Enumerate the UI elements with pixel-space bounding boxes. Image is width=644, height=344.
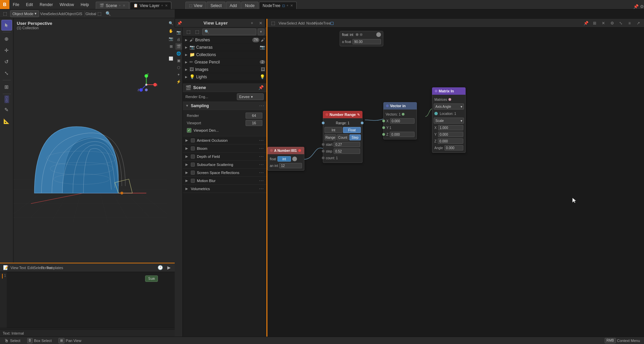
rotate-tool[interactable]: ↺ [1, 56, 12, 67]
select-tool[interactable] [1, 20, 12, 31]
nr-count-tab[interactable]: Count [337, 134, 349, 140]
cursor-tool[interactable]: ⊕ [1, 34, 12, 44]
transform-tool[interactable]: ⊞ [1, 82, 12, 92]
cameras-item[interactable]: ▶ 📷 Cameras 📷 [183, 44, 266, 51]
sampling-header[interactable]: ▼ Sampling ⋯ [183, 102, 266, 110]
pan-icon[interactable]: ✋ [168, 28, 174, 34]
an-close[interactable] [270, 149, 273, 152]
global-icon[interactable]: Global [87, 10, 94, 17]
mi-axis-dropdown[interactable]: Axis Angle ▾ [434, 103, 464, 110]
nr-int-btn[interactable]: Int [325, 127, 342, 133]
vi-x-field[interactable]: 0.000 [390, 118, 415, 124]
tab-scene[interactable]: 🎬 Scene + ✕ [96, 2, 129, 9]
ssr-cb[interactable] [191, 171, 195, 175]
text-clock-icon[interactable]: 🕐 [157, 264, 164, 271]
bloom-cb[interactable] [191, 146, 195, 150]
prop-icon-physics[interactable]: ⚡ [175, 78, 182, 85]
settings-icon[interactable]: ⚙ [640, 4, 644, 9]
sss-row[interactable]: ▶ Subsurface Scattering ⋯ [183, 161, 266, 169]
object-menu[interactable]: Object [67, 10, 74, 17]
props-icon[interactable]: ⬚ [185, 28, 192, 36]
motion-blur-row[interactable]: ▶ Motion Blur ⋯ [183, 177, 266, 185]
props-search[interactable]: 🔍 [202, 29, 256, 35]
props-filter[interactable]: ▾ [258, 29, 264, 35]
nodetree-add[interactable]: + [287, 4, 289, 7]
grease-pencil-item[interactable]: ▶ ✏ Grease Pencil 2 [183, 58, 266, 66]
tab-nodetree[interactable]: NodeTree ◻ + ✕ [259, 2, 297, 9]
solid-view-icon[interactable]: ⬜ [168, 55, 174, 62]
move-tool[interactable]: ✛ [1, 45, 12, 56]
layer-icon[interactable]: ⊞ [168, 43, 174, 50]
volumetrics-row[interactable]: ▶ Volumetrics ⋯ [183, 185, 266, 193]
ne-select[interactable]: Select [288, 19, 296, 27]
annotate-tool[interactable]: ✎ [1, 104, 12, 115]
mb-cb[interactable] [191, 179, 195, 183]
an-int-field[interactable]: 12 [279, 163, 302, 168]
nr-range-tab[interactable]: Range [325, 134, 336, 140]
ne-pin[interactable]: 📌 [582, 19, 590, 27]
tab-node-view[interactable]: ⬚ View [185, 2, 206, 9]
ne-view[interactable]: View [279, 19, 286, 27]
render-engine-dropdown[interactable]: Eevee ▾ [237, 93, 264, 100]
menu-help[interactable]: Help [77, 0, 92, 9]
ne-expand[interactable]: ⤡ [617, 19, 625, 27]
select-menu[interactable]: Select [49, 10, 56, 17]
viewport-display-icon[interactable]: ⬚ [96, 10, 103, 17]
object-mode-dropdown[interactable]: Object Mode ▾ [10, 10, 39, 17]
prop-icon-output[interactable]: 🖨 [175, 36, 182, 43]
nodetree-close[interactable]: ✕ [290, 4, 293, 7]
text-edit-menu[interactable]: Edit [27, 264, 34, 271]
props-icon2[interactable]: ⬚ [194, 28, 201, 36]
brushes-item[interactable]: ▶ 🖌 Brushes 74 🖌 [183, 36, 266, 44]
tab-view-layer[interactable]: 📋 View Layer + ✕ [130, 2, 171, 9]
tab-scene-add[interactable]: + [119, 4, 121, 7]
tab-scene-close[interactable]: ✕ [123, 4, 125, 7]
ne-node[interactable]: Node [307, 19, 314, 27]
nr-edit[interactable]: ✎ [357, 113, 360, 117]
vl-pin-btn[interactable]: 📌 [175, 19, 184, 28]
viewport-value[interactable]: 16 [246, 120, 262, 126]
camera-icon[interactable]: 📷 [168, 35, 174, 42]
ne-copy[interactable]: ⊞ [591, 19, 598, 27]
dof-cb[interactable] [191, 155, 195, 159]
sss-cb[interactable] [191, 163, 195, 167]
render-value[interactable]: 64 [246, 113, 262, 119]
an-int-btn[interactable]: int [277, 156, 291, 162]
mi-x-field[interactable]: 1.000 [438, 125, 463, 130]
measure-tool[interactable]: 📐 [1, 116, 12, 127]
collections-item[interactable]: ▶ 📁 Collections [183, 51, 266, 58]
scene-pin[interactable]: 📌 [258, 85, 264, 90]
ne-nodetree[interactable]: NodeTree [319, 19, 326, 27]
search-icon[interactable]: 🔍 [104, 10, 112, 17]
depth-field-row[interactable]: ▶ Depth of Field ⋯ [183, 153, 266, 161]
images-item[interactable]: ▶ 🖼 Images 🖼 [183, 66, 266, 73]
mi-angle-field[interactable]: 0.000 [444, 145, 463, 150]
ne-more[interactable]: ≡ [626, 19, 633, 27]
text-playback-icon[interactable]: ▶ [165, 264, 173, 271]
tab-node-add[interactable]: Add [226, 2, 241, 9]
text-editor-icon[interactable]: 📝 [2, 264, 9, 271]
ambient-occlusion-row[interactable]: ▶ Ambient Occlusion ⋯ [183, 136, 266, 144]
tab-node-select[interactable]: Select [207, 2, 225, 9]
ne-external[interactable]: ↗ [635, 19, 642, 27]
prop-icon-scene[interactable]: 🎬 [175, 43, 182, 50]
vi-z-field[interactable]: 0.000 [390, 132, 415, 137]
prop-icon-particles[interactable]: ✦ [175, 71, 182, 78]
ao-cb[interactable] [191, 138, 195, 142]
prop-icon-render[interactable]: 📷 [175, 29, 182, 36]
ne-icon[interactable]: ⬚ [269, 19, 277, 27]
node-canvas[interactable]: float int a float 90.00 [267, 28, 644, 344]
menu-render[interactable]: Render [36, 0, 56, 9]
bloom-row[interactable]: ▶ Bloom ⋯ [183, 144, 266, 153]
tab-vl-close[interactable]: ✕ [165, 4, 168, 7]
menu-file[interactable]: File [9, 0, 23, 9]
prop-icon-world[interactable]: 🌐 [175, 50, 182, 57]
pin-icon[interactable]: 📌 [633, 4, 639, 9]
mi-z-field[interactable]: 0.000 [438, 138, 463, 144]
prop-icon-obj[interactable]: ▣ [175, 57, 182, 64]
nr-step-tab[interactable]: Step [349, 134, 361, 140]
tab-vl-add[interactable]: + [161, 4, 163, 7]
mi-scale-dropdown[interactable]: Scale ▾ [434, 118, 464, 124]
prop-icon-mesh[interactable]: ⬡ [175, 64, 182, 71]
lights-item[interactable]: ▶ 💡 Lights 💡 [183, 73, 266, 81]
